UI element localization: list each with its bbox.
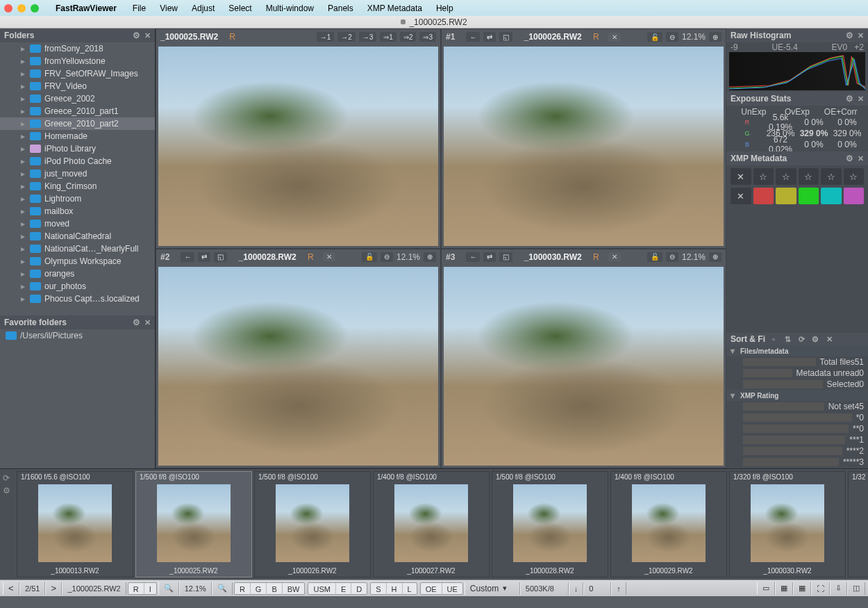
back-icon[interactable]: ← [181, 252, 194, 262]
filter-row[interactable]: Selected0 [726, 379, 868, 390]
send-to-slot[interactable]: →3 [359, 32, 377, 42]
close-icon[interactable]: ✕ [608, 33, 621, 42]
close-icon[interactable]: ✕ [608, 252, 621, 261]
thumbnail[interactable]: 1/32 [848, 471, 868, 577]
menu-view[interactable]: View [153, 3, 184, 13]
swap-icon[interactable]: ⇄ [483, 32, 496, 42]
back-icon[interactable]: ← [466, 252, 480, 262]
folder-item[interactable]: ▸iPod Photo Cache [0, 155, 155, 167]
thumbnail[interactable]: 1/400 f/8 @ISO100_1000029.RW2 [610, 471, 727, 577]
close-icon[interactable]: ✕ [858, 95, 864, 104]
filmstrip[interactable]: ⟳⚙ 1/1600 f/5.6 @ISO100_1000013.RW21/500… [0, 468, 868, 580]
gear-icon[interactable]: ⚙ [3, 486, 10, 495]
zoom-in-icon[interactable]: ⊕ [709, 32, 721, 42]
send-to-slot[interactable]: →1 [317, 32, 335, 42]
thumbnail[interactable]: 1/500 f/8 @ISO100_1000028.RW2 [492, 471, 608, 577]
label-color[interactable] [753, 188, 774, 204]
pop-icon[interactable]: ◱ [214, 252, 227, 262]
mode-usm[interactable]: USM [308, 583, 335, 595]
mode-bw[interactable]: BW [283, 583, 305, 595]
zoom-out-icon[interactable]: ⊖ [381, 252, 393, 262]
folder-item[interactable]: ▸fromSony_2018 [0, 42, 155, 55]
refresh-icon[interactable]: ⟳ [796, 335, 807, 344]
filter-row[interactable]: Not set45 [726, 401, 868, 412]
folder-item[interactable]: ▸Greece_2010_part2 [0, 117, 155, 130]
back-icon[interactable]: ← [466, 32, 480, 42]
image-view[interactable] [158, 267, 438, 466]
gear-icon[interactable]: ⚙ [133, 318, 140, 327]
send-to-slot[interactable]: ⇒1 [380, 32, 397, 42]
send-to-slot[interactable]: ⇒3 [419, 32, 436, 42]
view-grid-icon[interactable]: ▦ [793, 582, 811, 595]
close-icon[interactable]: ✕ [858, 154, 864, 163]
filter-row[interactable]: *****3 [726, 457, 868, 468]
close-icon[interactable]: ✕ [824, 335, 835, 344]
mode-ue[interactable]: UE [442, 583, 462, 595]
label-color[interactable] [821, 188, 842, 204]
lock-icon[interactable]: 🔓 [647, 252, 662, 262]
mode-d[interactable]: D [351, 583, 367, 595]
mode-h[interactable]: H [387, 583, 403, 595]
folder-item[interactable]: ▸our_photos [0, 280, 155, 293]
swap-icon[interactable]: ⇄ [198, 252, 210, 262]
folder-item[interactable]: ▸NationalCathedral [0, 230, 155, 243]
close-icon[interactable]: ✕ [144, 31, 151, 40]
label-color[interactable]: ✕ [731, 188, 751, 204]
filter-row[interactable]: ***1 [726, 434, 868, 445]
send-to-slot[interactable]: →2 [337, 32, 356, 42]
next-button[interactable]: > [45, 582, 62, 595]
folder-item[interactable]: ▸iPhoto Library [0, 142, 155, 155]
filter-row[interactable]: ****2 [726, 445, 868, 457]
folder-item[interactable]: ▸moved [0, 217, 155, 230]
sort-filter-panel[interactable]: ▾Files/metadataTotal files51Metadata unr… [726, 345, 868, 468]
favorite-folders[interactable]: /Users/il/Pictures [0, 329, 155, 468]
label-color[interactable] [844, 188, 865, 204]
gear-icon[interactable]: ⚙ [846, 94, 853, 104]
menu-panels[interactable]: Panels [322, 3, 360, 13]
fullscreen-icon[interactable]: ⛶ [811, 582, 830, 595]
sort-icon[interactable]: ⇅ [782, 335, 793, 344]
menu-select[interactable]: Select [222, 3, 258, 13]
folder-item[interactable]: ▸Phocus Capt…s.localized [0, 293, 155, 305]
export-icon[interactable]: ⇩ [830, 582, 847, 595]
folder-item[interactable]: ▸NationalCat…_NearlyFull [0, 243, 155, 255]
image-view[interactable] [158, 47, 438, 246]
folder-item[interactable]: ▸fromYellowstone [0, 55, 155, 67]
folder-item[interactable]: ▸King_Crimson [0, 180, 155, 192]
zoom-in-icon[interactable]: ⊕ [424, 252, 436, 262]
mode-r[interactable]: R [235, 583, 251, 595]
menu-file[interactable]: File [126, 3, 152, 13]
menu-adjust[interactable]: Adjust [185, 3, 221, 13]
thumbnail[interactable]: 1/1600 f/5.6 @ISO100_1000013.RW2 [17, 471, 133, 577]
lock-icon[interactable]: 🔓 [647, 32, 662, 42]
wb-preset[interactable]: Custom ▾ [465, 582, 520, 595]
zoom-out-icon[interactable]: ⊖ [666, 32, 678, 42]
gear-icon[interactable]: ⚙ [133, 31, 140, 40]
folder-item[interactable]: ▸Lightroom [0, 192, 155, 205]
lock-icon[interactable]: 🔓 [362, 252, 377, 262]
zoom-out-icon[interactable]: 🔍 [158, 582, 179, 595]
view-single-icon[interactable]: ▭ [757, 582, 775, 595]
refresh-icon[interactable]: ⟳ [3, 473, 10, 483]
zoom-out-icon[interactable]: ⊖ [666, 252, 678, 262]
menu-multiwindow[interactable]: Multi-window [260, 3, 320, 13]
mode-oe[interactable]: OE [421, 583, 442, 595]
image-view[interactable] [444, 47, 724, 246]
close-icon[interactable]: ✕ [323, 252, 335, 261]
folder-item[interactable]: ▸Olympus Workspace [0, 255, 155, 268]
gear-icon[interactable]: ⚙ [846, 154, 853, 163]
label-color[interactable] [776, 188, 796, 204]
filter-row[interactable]: **0 [726, 423, 868, 434]
gear-icon[interactable]: ⚙ [846, 31, 853, 40]
app-name[interactable]: FastRawViewer [56, 3, 117, 13]
label-color[interactable] [799, 188, 819, 204]
folder-item[interactable]: ▸just_moved [0, 167, 155, 180]
zoom-in-icon[interactable]: 🔍 [212, 582, 233, 595]
folder-item[interactable]: ▸FRV_SetOfRAW_Images [0, 67, 155, 80]
image-view[interactable] [444, 267, 724, 466]
gear-icon[interactable]: ⚙ [810, 335, 821, 344]
pop-icon[interactable]: ◱ [499, 32, 512, 42]
thumbnail[interactable]: 1/320 f/8 @ISO100_1000030.RW2 [729, 471, 846, 577]
save-icon[interactable]: ▫ [768, 335, 779, 343]
rating-clear[interactable]: ✕ [731, 168, 751, 185]
